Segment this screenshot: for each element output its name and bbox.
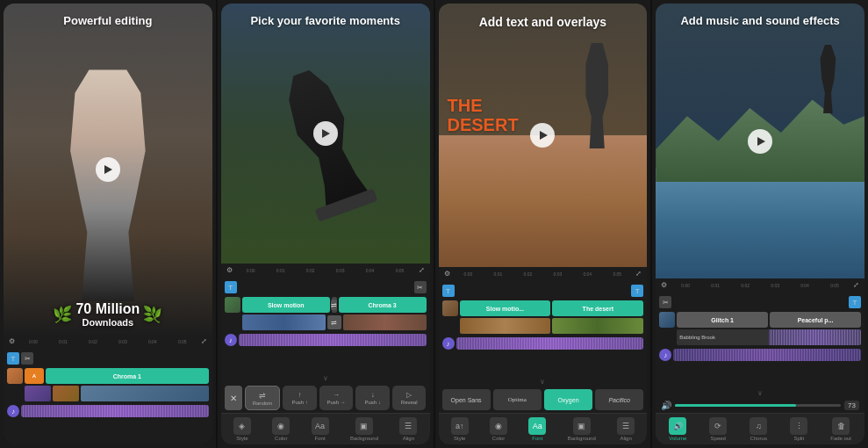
font-pacifico[interactable]: Pacifico — [595, 389, 643, 410]
exchange-icon[interactable]: ⇌ — [327, 315, 341, 329]
panel-3-timeline: T T Slow motio... The desert ♪ — [439, 280, 648, 377]
text-t-icon-4[interactable]: T — [849, 296, 861, 308]
play-icon-3 — [540, 131, 548, 140]
panel-1-play-btn[interactable] — [96, 157, 120, 182]
tick-p2-4: 0:04 — [355, 268, 385, 273]
tl-p2-thumb1 — [225, 297, 240, 313]
trans-btn-push1[interactable]: ↑ Push ↑ — [283, 386, 317, 410]
font-strip: Open Sans Optima Oxygen Pacifico — [439, 387, 648, 413]
tb3-bg[interactable]: ▣ Background — [568, 417, 596, 441]
note-chip[interactable]: ♪ — [7, 405, 19, 417]
toolbar-color[interactable]: ◉ Color — [272, 417, 290, 441]
panel-3-play-btn[interactable] — [530, 123, 555, 148]
tl-p4-thumb1 — [659, 312, 675, 328]
desert-ground — [439, 135, 648, 267]
tick-p3-5: 0:05 — [602, 271, 632, 277]
tb4-speed[interactable]: ⟳ Speed — [709, 417, 727, 441]
tb4-delete[interactable]: 🗑 Fade out — [830, 417, 851, 441]
volume-slider[interactable] — [675, 404, 841, 407]
gear-icon[interactable]: ⚙ — [9, 337, 15, 345]
panel-2: Pick your favorite moments ⚙ 0:00 0:01 0… — [221, 4, 430, 444]
toolbar-bg[interactable]: ▣ Background — [350, 417, 378, 441]
fullscreen-icon-3[interactable]: ⤢ — [635, 270, 642, 278]
scissors-icon-2[interactable]: ✂ — [414, 281, 427, 293]
panel-4-title: Add music and sound effects — [656, 14, 864, 29]
gear-icon-3[interactable]: ⚙ — [444, 270, 450, 278]
tb4-split[interactable]: ⋮ Split — [790, 417, 807, 441]
fullscreen-icon-2[interactable]: ⤢ — [419, 266, 425, 274]
tick-5: 0:05 — [168, 339, 197, 344]
font-optima[interactable]: Optima — [493, 389, 542, 410]
font-oxygen[interactable]: Oxygen — [544, 389, 592, 410]
babbling-brook-track[interactable]: Babbling Brook — [677, 329, 861, 345]
text-t-icon-3b[interactable]: T — [631, 285, 643, 297]
tl-p2-slow[interactable]: Slow motion — [242, 297, 330, 313]
tick-p2-0: 0:00 — [236, 268, 266, 273]
tb3-align[interactable]: ☰ Align — [617, 417, 635, 441]
trans-btn-random[interactable]: ⇌ Random — [245, 386, 281, 410]
tl-clip-a[interactable]: A — [25, 368, 44, 384]
text-t-icon[interactable]: T — [7, 352, 19, 365]
note-chip-3[interactable]: ♪ — [442, 337, 455, 350]
tb4-volume[interactable]: 🔊 Volume — [669, 417, 686, 441]
transition-strip: ✕ ⇌ Random ↑ Push ↑ → Push → ↓ Push ↓ ▷ … — [221, 383, 430, 413]
panel-3-title: Add text and overlays — [439, 14, 648, 30]
tl-p2-gap: ⇌ — [332, 297, 337, 313]
shuffle-icon-2[interactable]: ⇌ — [331, 300, 337, 310]
play-icon — [104, 165, 112, 174]
trans-btn-reveal[interactable]: ▷ Reveal — [392, 386, 427, 410]
tb3-font[interactable]: Aa Font — [528, 417, 546, 441]
tick-p4-1: 0:01 — [700, 283, 730, 288]
panel-4-timeline: ✂ T Glitch 1 Peaceful p... Babbling Broo… — [656, 292, 864, 388]
trans-reveal-label: Reveal — [401, 400, 418, 405]
panel-2-play-btn[interactable] — [313, 121, 338, 146]
close-transition-btn[interactable]: ✕ — [225, 386, 242, 410]
panel-4-screen: Add music and sound effects — [656, 4, 864, 278]
tb4-chorus[interactable]: ♫ Chorus — [750, 417, 767, 441]
note-chip-2[interactable]: ♪ — [225, 334, 237, 346]
tl-p2-video2 — [343, 314, 427, 330]
tb3-color-icon: ◉ — [490, 417, 507, 435]
gear-icon-4[interactable]: ⚙ — [661, 281, 667, 289]
tl-p2-chroma3[interactable]: Chroma 3 — [339, 297, 427, 313]
tb3-style[interactable]: a↑ Style — [451, 417, 469, 441]
fullscreen-icon-4[interactable]: ⤢ — [853, 281, 859, 289]
scissors-icon[interactable]: ✂ — [21, 352, 33, 365]
tb3-color[interactable]: ◉ Color — [490, 417, 507, 441]
font-label: Font — [315, 436, 326, 441]
panel-4: Add music and sound effects ⚙ 0:00 0:01 … — [656, 4, 864, 444]
desert-line1: THE — [448, 96, 519, 115]
desert-line2: DESERT — [448, 115, 519, 134]
trans-push1-label: Push ↑ — [291, 400, 307, 405]
fullscreen-icon[interactable]: ⤢ — [201, 337, 207, 345]
gear-icon-2[interactable]: ⚙ — [226, 266, 233, 274]
tick-0: 0:00 — [18, 339, 48, 344]
volume-fill — [675, 404, 796, 407]
toolbar-font[interactable]: Aa Font — [312, 417, 329, 441]
toolbar-style[interactable]: ◈ Style — [233, 417, 251, 441]
scroll-chevron-4: ∨ — [656, 388, 864, 398]
tl-p4-glitch[interactable]: Glitch 1 — [677, 312, 768, 328]
trans-btn-push3[interactable]: ↓ Push ↓ — [355, 386, 390, 410]
toolbar-align[interactable]: ☰ Align — [399, 417, 417, 441]
trans-btn-push2[interactable]: → Push → — [319, 386, 354, 410]
tl-row-clips: A Chroma 1 — [7, 368, 209, 384]
tb3-bg-label: Background — [568, 436, 596, 441]
tl-p3-desert[interactable]: The desert — [552, 300, 643, 316]
tl-clip-chroma1[interactable]: Chroma 1 — [46, 368, 209, 384]
tl-p3-slow[interactable]: Slow motio... — [460, 300, 551, 316]
tl-p4-peaceful[interactable]: Peaceful p... — [770, 312, 861, 328]
person-figure — [61, 69, 154, 301]
tl-thumb-1 — [7, 368, 23, 384]
text-t-icon-3a[interactable]: T — [442, 285, 455, 297]
note-chip-4[interactable]: ♪ — [659, 349, 671, 361]
tb4-speed-icon: ⟳ — [709, 417, 727, 435]
font-opensans[interactable]: Open Sans — [442, 389, 491, 410]
scissors-icon-4[interactable]: ✂ — [659, 296, 671, 308]
color-label: Color — [275, 436, 287, 441]
panel-4-play-btn[interactable] — [748, 129, 772, 154]
panel-2-screen: Pick your favorite moments — [221, 4, 430, 264]
bg-icon: ▣ — [355, 417, 373, 435]
text-t-icon-2[interactable]: T — [225, 281, 237, 293]
bg-label: Background — [350, 436, 378, 441]
